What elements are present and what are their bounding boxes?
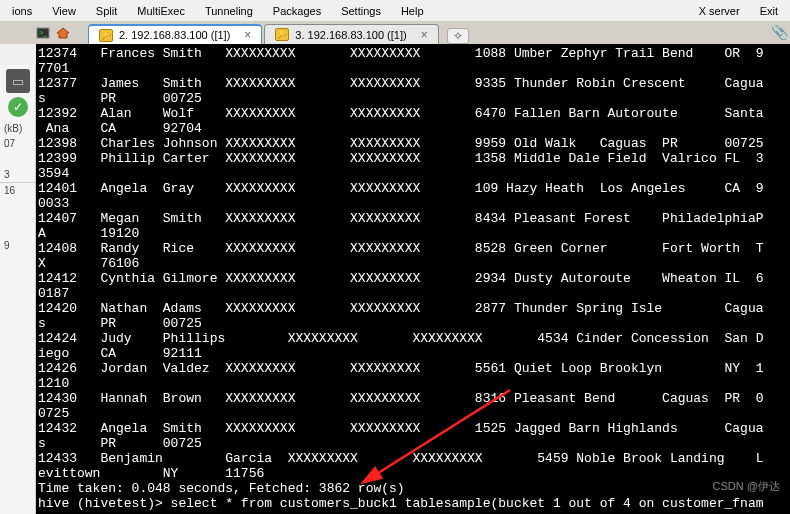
home-icon[interactable] — [56, 26, 70, 40]
menu-packages[interactable]: Packages — [265, 3, 329, 19]
terminal-icon[interactable]: >_ — [36, 26, 50, 40]
menu-help[interactable]: Help — [393, 3, 432, 19]
tab-1-label: 2. 192.168.83.100 ([1]) — [119, 29, 230, 41]
tab-1-close[interactable]: × — [244, 28, 251, 42]
menu-xserver[interactable]: X server — [691, 3, 748, 19]
menu-bar: ions View Split MultiExec Tunneling Pack… — [0, 0, 790, 22]
menu-multiexec[interactable]: MultiExec — [129, 3, 193, 19]
side-n4: 9 — [0, 238, 35, 253]
tab-2-close[interactable]: × — [421, 28, 428, 42]
status-ok-icon: ✓ — [8, 97, 28, 117]
monitor-icon[interactable]: ▭ — [6, 69, 30, 93]
tab-bar: >_ 🔑 2. 192.168.83.100 ([1]) × 🔑 3. 192.… — [0, 22, 790, 44]
menu-left: ions View Split MultiExec Tunneling Pack… — [4, 3, 432, 19]
tab-2[interactable]: 🔑 3. 192.168.83.100 ([1]) × — [264, 24, 438, 44]
menu-exit[interactable]: Exit — [752, 3, 786, 19]
watermark: CSDN @伊达 — [713, 479, 780, 494]
left-sidebar: ▭ ✓ (kB) 07 3 16 9 — [0, 65, 36, 514]
side-n2: 3 — [0, 167, 35, 183]
side-n1: 07 — [0, 136, 35, 151]
menu-view[interactable]: View — [44, 3, 84, 19]
paperclip-icon[interactable]: 📎 — [771, 24, 788, 40]
menu-right: X server Exit — [691, 3, 786, 19]
menu-settings[interactable]: Settings — [333, 3, 389, 19]
menu-split[interactable]: Split — [88, 3, 125, 19]
menu-tunneling[interactable]: Tunneling — [197, 3, 261, 19]
tab-1[interactable]: 🔑 2. 192.168.83.100 ([1]) × — [88, 24, 262, 44]
tab-2-label: 3. 192.168.83.100 ([1]) — [295, 29, 406, 41]
kb-label: (kB) — [0, 121, 35, 136]
svg-text:>_: >_ — [39, 29, 47, 37]
key-icon: 🔑 — [99, 29, 113, 42]
tab-add-button[interactable]: ✧ — [447, 28, 469, 44]
key-icon: 🔑 — [275, 28, 289, 41]
terminal-output[interactable]: 12374 Frances Smith XXXXXXXXX XXXXXXXXX … — [36, 44, 790, 514]
side-n3: 16 — [0, 183, 35, 198]
menu-ions[interactable]: ions — [4, 3, 40, 19]
